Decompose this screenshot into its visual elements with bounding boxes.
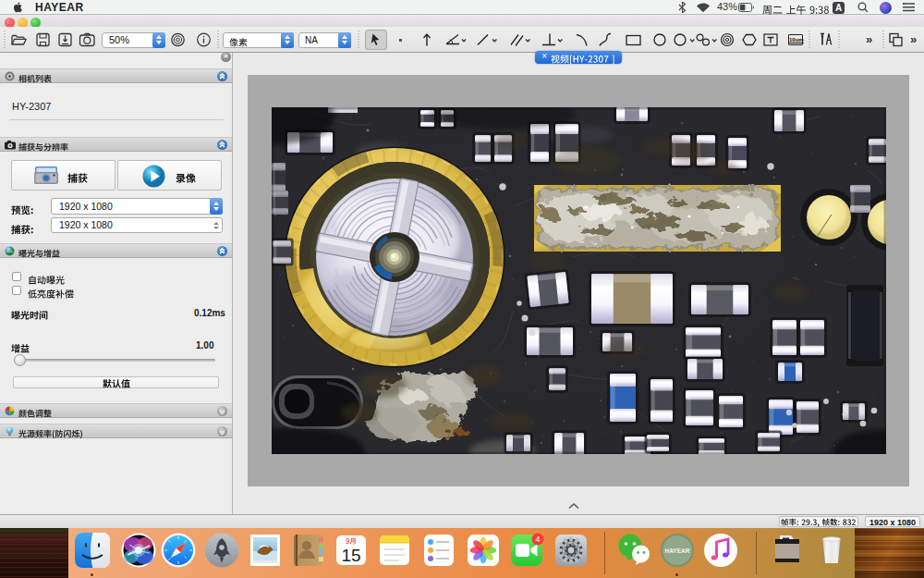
svg-text:15: 15 (341, 546, 360, 565)
svg-text:HAYEAR: HAYEAR (665, 547, 690, 554)
svg-text:4: 4 (535, 535, 540, 544)
